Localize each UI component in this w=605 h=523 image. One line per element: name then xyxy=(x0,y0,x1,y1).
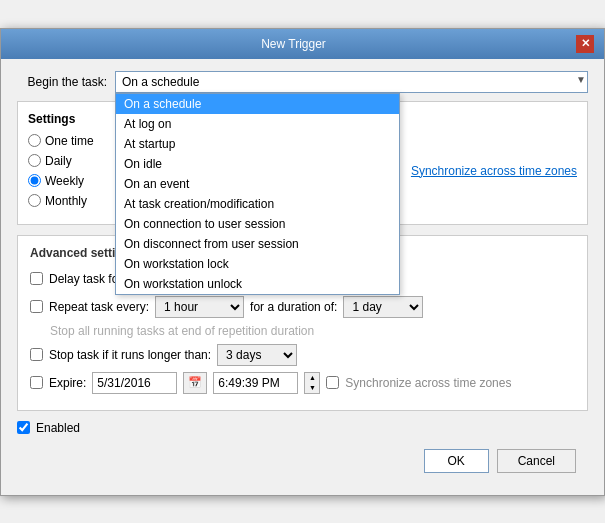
expire-label: Expire: xyxy=(49,376,86,390)
spin-down-button[interactable]: ▼ xyxy=(305,383,319,393)
stop-longer-select[interactable]: 3 days1 day1 hour1 week xyxy=(217,344,297,366)
dropdown-item[interactable]: At startup xyxy=(116,134,399,154)
enabled-checkbox[interactable] xyxy=(17,421,30,434)
duration-select[interactable]: 1 day1 hour1 week xyxy=(343,296,423,318)
expire-checkbox[interactable] xyxy=(30,376,43,389)
radio-item-weekly[interactable]: Weekly xyxy=(28,174,128,188)
radio-item-one_time[interactable]: One time xyxy=(28,134,128,148)
begin-task-select[interactable]: On a scheduleAt log onAt startupOn idleO… xyxy=(115,71,588,93)
radio-label-monthly: Monthly xyxy=(45,194,87,208)
stop-longer-checkbox[interactable] xyxy=(30,348,43,361)
begin-label: Begin the task: xyxy=(17,75,107,89)
expire-date-input[interactable] xyxy=(92,372,177,394)
close-button[interactable]: ✕ xyxy=(576,35,594,53)
radio-weekly[interactable] xyxy=(28,174,41,187)
dropdown-item[interactable]: On workstation unlock xyxy=(116,274,399,294)
new-trigger-dialog: New Trigger ✕ Begin the task: On a sched… xyxy=(0,28,605,496)
dropdown-item[interactable]: At task creation/modification xyxy=(116,194,399,214)
delay-checkbox[interactable] xyxy=(30,272,43,285)
ok-button[interactable]: OK xyxy=(424,449,489,473)
dialog-body: Begin the task: On a scheduleAt log onAt… xyxy=(1,59,604,495)
sync-expire-checkbox[interactable] xyxy=(326,376,339,389)
sync-timezone-link[interactable]: Synchronize across time zones xyxy=(411,164,577,178)
dropdown-item[interactable]: On workstation lock xyxy=(116,254,399,274)
dialog-title: New Trigger xyxy=(11,37,576,51)
begin-row: Begin the task: On a scheduleAt log onAt… xyxy=(17,71,588,93)
expire-row: Expire: 📅 ▲ ▼ Synchronize across time zo… xyxy=(30,372,575,394)
dropdown-item[interactable]: On connection to user session xyxy=(116,214,399,234)
radio-label-one_time: One time xyxy=(45,134,94,148)
dropdown-item[interactable]: On a schedule xyxy=(116,94,399,114)
radio-label-daily: Daily xyxy=(45,154,72,168)
duration-label: for a duration of: xyxy=(250,300,337,314)
radio-one_time[interactable] xyxy=(28,134,41,147)
dropdown-overlay: On a scheduleAt log onAt startupOn idleO… xyxy=(115,93,400,295)
stop-running-row: Stop all running tasks at end of repetit… xyxy=(30,324,575,338)
radio-item-daily[interactable]: Daily xyxy=(28,154,128,168)
expire-time-input[interactable] xyxy=(213,372,298,394)
radio-monthly[interactable] xyxy=(28,194,41,207)
repeat-select[interactable]: 1 hour30 minutes1 day xyxy=(155,296,244,318)
bottom-buttons: OK Cancel xyxy=(17,443,588,483)
radio-label-weekly: Weekly xyxy=(45,174,84,188)
enabled-row: Enabled xyxy=(17,421,588,435)
dropdown-item[interactable]: On disconnect from user session xyxy=(116,234,399,254)
repeat-row: Repeat task every: 1 hour30 minutes1 day… xyxy=(30,296,575,318)
title-bar: New Trigger ✕ xyxy=(1,29,604,59)
radio-item-monthly[interactable]: Monthly xyxy=(28,194,128,208)
enabled-label: Enabled xyxy=(36,421,80,435)
cancel-button[interactable]: Cancel xyxy=(497,449,576,473)
dropdown-item[interactable]: On an event xyxy=(116,174,399,194)
dropdown-item[interactable]: At log on xyxy=(116,114,399,134)
begin-dropdown-container: On a scheduleAt log onAt startupOn idleO… xyxy=(115,71,588,93)
dropdown-item[interactable]: On idle xyxy=(116,154,399,174)
spin-up-button[interactable]: ▲ xyxy=(305,373,319,383)
calendar-button[interactable]: 📅 xyxy=(183,372,207,394)
repeat-label: Repeat task every: xyxy=(49,300,149,314)
stop-longer-label: Stop task if it runs longer than: xyxy=(49,348,211,362)
time-spinner[interactable]: ▲ ▼ xyxy=(304,372,320,394)
schedule-radio-group: One timeDailyWeeklyMonthly xyxy=(28,134,128,208)
stop-longer-row: Stop task if it runs longer than: 3 days… xyxy=(30,344,575,366)
repeat-checkbox[interactable] xyxy=(30,300,43,313)
sync-expire-label: Synchronize across time zones xyxy=(345,376,511,390)
stop-running-label: Stop all running tasks at end of repetit… xyxy=(50,324,314,338)
radio-daily[interactable] xyxy=(28,154,41,167)
